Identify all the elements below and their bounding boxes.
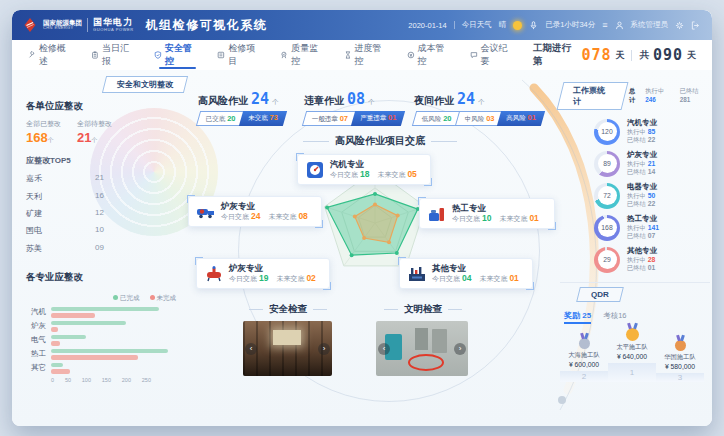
all-todo-label: 全部待整改 xyxy=(77,119,112,129)
tab-label: 安全管控 xyxy=(165,42,200,68)
all-todo-value: 21 xyxy=(77,130,91,145)
x-tick: 200 xyxy=(122,377,131,383)
badge-label: 工作票统计 xyxy=(573,85,612,107)
chn-energy-logo-icon xyxy=(22,17,38,33)
bar-row: 热工 xyxy=(24,349,182,360)
dashboard-content: 安全和文明整改 各单位应整改 全部已整改 168个 全部待整改 21个 应整改T… xyxy=(12,70,712,426)
future-value: 02 xyxy=(306,273,315,283)
badge-value: 01 xyxy=(388,113,396,122)
today-label: 今日交底 xyxy=(229,275,257,282)
tab-maintenance-projects[interactable]: 检修项目 xyxy=(217,40,263,70)
bar-category: 热工 xyxy=(24,349,46,359)
logout-icon[interactable] xyxy=(691,21,700,30)
user-icon xyxy=(615,21,624,30)
top5-title: 应整改TOP5 xyxy=(26,155,182,166)
work-ticket-ring: 72 xyxy=(594,183,620,209)
safety-check-photo[interactable]: ‹ › xyxy=(243,321,332,376)
podium-step: 3 xyxy=(656,373,704,382)
team-name: 大海施工队 xyxy=(568,351,599,360)
card-title: 炉灰专业 xyxy=(229,263,316,273)
tab-quality-monitor[interactable]: 质量监控 xyxy=(280,40,326,70)
bar-undone xyxy=(51,313,95,318)
sun-icon xyxy=(513,21,522,30)
profession-rectify-title: 各专业应整改 xyxy=(26,271,182,284)
user-name[interactable]: 系统管理员 xyxy=(631,20,669,30)
shield-icon xyxy=(154,51,162,59)
period-total-unit: 天 xyxy=(687,49,696,62)
app-title: 机组检修可视化系统 xyxy=(146,17,268,34)
safety-civility-rectification-badge: 安全和文明整改 xyxy=(102,76,188,93)
unit-value: 10 xyxy=(95,225,104,236)
badge-label: 已交底 xyxy=(206,115,226,122)
card-title: 炉灰专业 xyxy=(221,201,308,211)
x-tick: 100 xyxy=(82,377,91,383)
top5-row: 国电10 xyxy=(24,222,104,239)
night-work-stat: 夜间作业24个 低风险 20 中风险 03 高风险 01 xyxy=(414,90,543,126)
units-rectify-title: 各单位应整改 xyxy=(26,100,182,113)
qdr-section: QDR 奖励 25 考核16 大海施工队 ¥ 600,000 2 太平施工队 xyxy=(560,282,710,382)
card-others: 其他专业 今日交底 04未来交底 01 xyxy=(399,258,533,289)
weather-value: 晴 xyxy=(499,20,507,30)
thermal-plant-icon xyxy=(427,204,447,224)
dashboard-window: 国家能源集团 CHN ENERGY 国华电力 GUOHUA POWER 机组检修… xyxy=(12,10,712,426)
carousel-prev-button[interactable]: ‹ xyxy=(378,343,390,355)
bar-category: 其它 xyxy=(24,363,46,373)
radar-section-title: 高风险作业项目交底 xyxy=(280,134,480,148)
unit-value: 21 xyxy=(95,173,104,184)
award-podium: 大海施工队 ¥ 600,000 2 太平施工队 ¥ 640,000 1 华国施工… xyxy=(560,328,710,382)
qdr-tab-assessment[interactable]: 考核16 xyxy=(603,311,626,321)
tab-daily-report[interactable]: 当日汇报 xyxy=(91,40,137,70)
exec-value: 50 xyxy=(648,192,656,199)
carousel-next-button[interactable]: › xyxy=(318,343,330,355)
stat-unit: 个 xyxy=(368,98,375,107)
app-header: 国家能源集团 CHN ENERGY 国华电力 GUOHUA POWER 机组检修… xyxy=(12,10,712,40)
stat-badge: 严重违章 01 xyxy=(351,111,405,126)
exec-label: 执行中 xyxy=(627,192,646,199)
boiler-icon xyxy=(204,264,224,284)
podium-step: 1 xyxy=(608,363,656,382)
tab-overview[interactable]: 检修概述 xyxy=(28,40,74,70)
badge-label: 一般违章 xyxy=(312,115,338,122)
unit-name: 天利 xyxy=(26,191,42,202)
done-value: 22 xyxy=(648,200,656,207)
bar-done xyxy=(51,349,168,354)
settings-gear-icon[interactable] xyxy=(675,21,684,30)
exec-label: 执行中 xyxy=(627,224,646,231)
tab-cost-control[interactable]: 成本管控 xyxy=(407,40,453,70)
tab-meeting-minutes[interactable]: 会议纪要 xyxy=(470,40,516,70)
steam-turbine-icon xyxy=(305,160,325,180)
carousel-next-button[interactable]: › xyxy=(454,343,466,355)
unit-name: 嘉禾 xyxy=(26,173,42,184)
carousel-prev-button[interactable]: ‹ xyxy=(245,343,257,355)
civility-check-photo[interactable]: ‹ › xyxy=(376,321,468,376)
tab-label: 当日汇报 xyxy=(102,42,137,68)
microphone-icon[interactable] xyxy=(529,21,538,30)
x-tick: 150 xyxy=(102,377,111,383)
today-value: 24 xyxy=(251,211,260,221)
done-value: 14 xyxy=(648,168,656,175)
bar-done xyxy=(51,307,159,312)
today-value: 18 xyxy=(360,169,369,179)
weather-label: 今日天气 xyxy=(462,20,492,30)
podium-rank-1: 太平施工队 ¥ 640,000 1 xyxy=(608,328,656,382)
qdr-tab-award[interactable]: 奖励 25 xyxy=(564,310,591,324)
ring-name: 汽机专业 xyxy=(627,118,657,127)
done-label: 已终结 xyxy=(627,200,646,207)
card-furnace-ash-1: 炉灰专业 今日交底 24未来交底 08 xyxy=(188,196,322,227)
done-label: 已终结 xyxy=(627,136,646,143)
future-value: 01 xyxy=(509,273,518,283)
all-todo-unit: 个 xyxy=(91,137,97,143)
badge-value: 07 xyxy=(340,114,348,123)
future-label: 未来交底 xyxy=(499,215,527,222)
future-label: 未来交底 xyxy=(479,275,507,282)
menu-icon[interactable] xyxy=(602,20,607,30)
civility-check-title: 文明检查 xyxy=(378,303,468,316)
tab-safety-control[interactable]: 安全管控 xyxy=(154,40,200,70)
tab-progress-control[interactable]: 进度管控 xyxy=(344,40,390,70)
badge-value: 20 xyxy=(443,114,451,123)
stat-unit: 个 xyxy=(478,98,485,107)
badge-label: 未交底 xyxy=(248,114,268,121)
period-current-days: 078 xyxy=(581,46,611,64)
award-label: 奖励 xyxy=(564,311,580,320)
clipboard-icon xyxy=(91,51,99,59)
